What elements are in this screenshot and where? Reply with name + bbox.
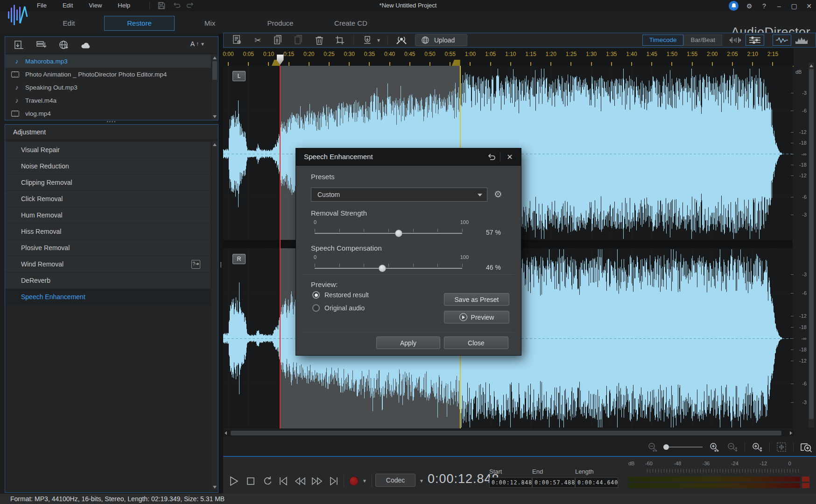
tab-restore[interactable]: Restore — [104, 16, 175, 31]
delete-icon[interactable] — [312, 35, 326, 46]
adjustment-item-speech-enhancement[interactable]: Speech Enhancement — [5, 289, 211, 305]
file-item[interactable]: ♪Speaking Out.mp3 — [6, 81, 211, 94]
upload-button[interactable]: Upload — [415, 34, 467, 46]
settings-gear-icon[interactable]: ⚙ — [745, 2, 753, 10]
timeline-ruler[interactable]: 0:000:050:100:150:200:250:300:350:400:45… — [223, 49, 794, 67]
scroll-down-icon[interactable] — [213, 486, 217, 489]
radio-restored-result[interactable]: Restored result — [312, 291, 369, 299]
rewind-button[interactable] — [294, 476, 305, 487]
codec-caret-icon[interactable]: ▼ — [419, 478, 424, 483]
go-to-end-button[interactable] — [329, 476, 340, 487]
preset-dropdown[interactable]: Custom — [311, 188, 487, 202]
dialog-close-icon[interactable]: ✕ — [504, 151, 516, 162]
close-button[interactable]: Close — [444, 336, 508, 349]
sound-waves-icon[interactable] — [394, 35, 408, 46]
scrollbar-thumb[interactable] — [809, 69, 814, 419]
preset-gear-icon[interactable]: ⚙ — [494, 189, 502, 200]
channel-badge-right[interactable]: R — [232, 254, 246, 264]
help-icon[interactable]: ? — [760, 2, 768, 10]
scroll-left-icon[interactable] — [225, 431, 227, 435]
close-button[interactable]: ✕ — [805, 2, 813, 10]
marker-drop-icon[interactable] — [360, 35, 374, 46]
field-value[interactable]: 0:00:57.488 — [532, 477, 575, 488]
radio-original-audio[interactable]: Original audio — [312, 304, 365, 312]
maximize-button[interactable]: ▢ — [790, 2, 798, 10]
save-as-preset-button[interactable]: Save as Preset — [444, 293, 509, 306]
file-item[interactable]: ♪Travel.m4a — [6, 94, 211, 107]
upgrade-icon[interactable]: ?➜ — [191, 260, 200, 269]
scroll-up-icon[interactable] — [213, 56, 217, 59]
spectral-view-icon[interactable] — [792, 35, 811, 46]
fast-forward-button[interactable] — [311, 476, 322, 487]
adjustment-item-click-removal[interactable]: Click Removal — [5, 191, 211, 207]
adjustment-item-hiss-removal[interactable]: Hiss Removal — [5, 224, 211, 240]
record-caret-icon[interactable]: ▼ — [362, 478, 367, 483]
dialog-reset-icon[interactable] — [485, 151, 498, 162]
vertical-splitter[interactable]: •••• — [218, 34, 223, 493]
selection-end-marker[interactable] — [452, 60, 460, 66]
zoom-in-vertical-icon[interactable] — [752, 442, 763, 452]
waveform-horizontal-scrollbar[interactable] — [223, 430, 794, 436]
stop-button[interactable] — [246, 476, 257, 487]
waveform-vertical-scrollbar[interactable] — [809, 63, 814, 427]
zoom-out-vertical-icon[interactable] — [727, 442, 738, 452]
slider-track[interactable] — [315, 233, 462, 234]
record-button[interactable] — [349, 476, 359, 486]
cut-icon[interactable]: ✂ — [251, 35, 265, 46]
adjustment-item-noise-reduction[interactable]: Noise Reduction — [5, 158, 211, 175]
properties-icon[interactable] — [230, 35, 244, 46]
download-web-icon[interactable] — [58, 40, 70, 50]
import-project-icon[interactable] — [36, 40, 47, 50]
adjustment-item-dereverb[interactable]: DeReverb — [5, 273, 211, 289]
import-media-icon[interactable] — [14, 40, 25, 50]
field-value[interactable]: 0:00:12.848 — [489, 477, 532, 488]
scroll-down-icon[interactable] — [213, 115, 217, 118]
bar-beat-button[interactable]: Bar/Beat — [683, 35, 722, 46]
zoom-slider-handle[interactable] — [663, 444, 669, 450]
pan-mode-icon[interactable] — [776, 442, 787, 452]
adjustment-item-hum-removal[interactable]: Hum Removal — [5, 207, 211, 224]
channel-badge-left[interactable]: L — [232, 71, 246, 81]
dialog-title-bar[interactable]: Speech Enhancement ✕ — [296, 148, 521, 166]
minimize-button[interactable]: – — [775, 2, 783, 10]
scrollbar-thumb[interactable] — [212, 61, 217, 80]
go-to-start-button[interactable] — [278, 476, 289, 487]
scroll-up-icon[interactable] — [809, 64, 813, 67]
copy-icon[interactable] — [271, 35, 285, 46]
apply-button[interactable]: Apply — [376, 336, 440, 349]
scrollbar-thumb[interactable] — [231, 431, 781, 435]
tab-mix[interactable]: Mix — [175, 16, 245, 31]
loop-button[interactable] — [262, 476, 274, 487]
file-item[interactable]: ♪Mahoroba.mp3 — [6, 55, 211, 68]
zoom-to-selection-icon[interactable] — [800, 442, 812, 452]
slider-handle[interactable] — [395, 230, 402, 237]
adjustment-item-wind-removal[interactable]: Wind Removal?➜ — [5, 256, 211, 273]
marker-drop-caret-icon[interactable]: ▼ — [376, 38, 381, 43]
slider-track[interactable] — [315, 268, 462, 269]
tab-create-cd[interactable]: Create CD — [316, 16, 386, 31]
sort-control[interactable]: A ↑ ▼ — [190, 40, 205, 48]
file-item[interactable]: Photo Animation _ PhotoDirector Photo Ed… — [6, 68, 211, 81]
timecode-button[interactable]: Timecode — [642, 35, 684, 46]
zoom-out-horizontal-icon[interactable] — [647, 442, 659, 452]
scroll-right-icon[interactable] — [790, 431, 792, 435]
adjustment-item-plosive-removal[interactable]: Plosive Removal — [5, 240, 211, 256]
adjustment-item-clipping-removal[interactable]: Clipping Removal — [5, 175, 211, 191]
snap-settings-icon[interactable] — [746, 35, 764, 46]
zoom-in-horizontal-icon[interactable] — [709, 442, 720, 452]
field-value[interactable]: 0:00:44.640 — [575, 477, 618, 488]
slider-handle[interactable] — [379, 265, 386, 272]
notification-icon[interactable] — [729, 1, 739, 11]
preview-button[interactable]: Preview — [444, 311, 509, 323]
radio-icon[interactable] — [312, 291, 320, 299]
play-button[interactable] — [229, 476, 240, 487]
file-item[interactable]: vlog.mp4 — [6, 107, 211, 120]
adjustment-item-visual-repair[interactable]: Visual Repair — [5, 142, 211, 158]
panel-splitter[interactable]: •••• — [5, 120, 218, 124]
codec-button[interactable]: Codec — [375, 474, 415, 487]
zoom-slider[interactable] — [665, 447, 703, 448]
tab-produce[interactable]: Produce — [245, 16, 316, 31]
waveform-view-icon[interactable] — [773, 35, 791, 46]
radio-icon[interactable] — [312, 304, 320, 312]
cloud-icon[interactable] — [81, 40, 92, 50]
